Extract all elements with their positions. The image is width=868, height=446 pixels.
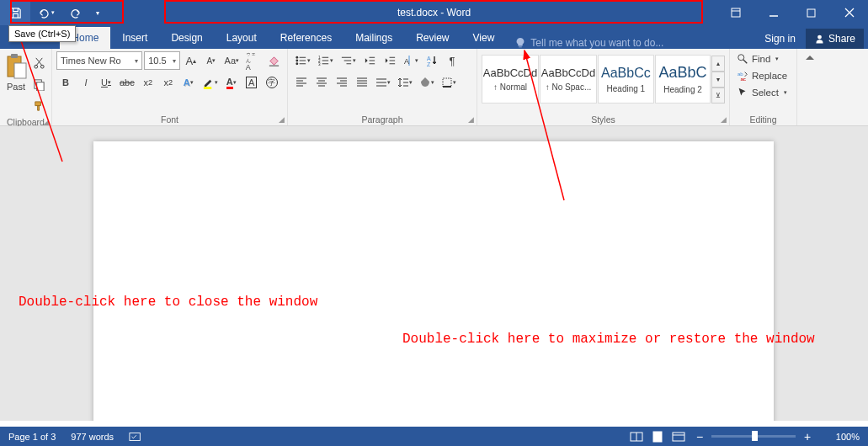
justify-icon[interactable]: [353, 73, 371, 92]
italic-icon[interactable]: I: [77, 73, 95, 92]
change-case-icon[interactable]: Aa▾: [222, 51, 242, 70]
ribbon-tabs: File Home Insert Design Layout Reference…: [0, 25, 868, 49]
share-button[interactable]: Share: [806, 29, 864, 49]
distributed-icon[interactable]: ▾: [373, 73, 393, 92]
annotation-box-qat: [10, 0, 124, 24]
svg-text:A: A: [427, 56, 431, 61]
cut-icon[interactable]: [29, 53, 48, 72]
underline-icon[interactable]: U▾: [97, 73, 115, 92]
replace-button[interactable]: abacReplace: [734, 68, 792, 83]
tab-mailings[interactable]: Mailings: [343, 27, 404, 49]
tab-insert[interactable]: Insert: [110, 27, 159, 49]
maximize-icon[interactable]: [792, 0, 830, 25]
collapse-ribbon-icon[interactable]: [797, 49, 823, 125]
shading-icon[interactable]: ▾: [417, 73, 437, 92]
multilevel-list-icon[interactable]: ▾: [338, 51, 359, 70]
line-spacing-icon[interactable]: ▾: [395, 73, 415, 92]
numbering-icon[interactable]: 123▾: [315, 51, 336, 70]
clear-formatting-icon[interactable]: [264, 51, 283, 70]
font-size-combo[interactable]: 10.5▾: [144, 51, 180, 70]
shrink-font-icon[interactable]: A▾: [202, 51, 221, 70]
spellcheck-icon[interactable]: [129, 431, 142, 443]
svg-rect-62: [443, 78, 451, 87]
align-right-icon[interactable]: [333, 73, 351, 92]
font-dialog-launcher[interactable]: ◢: [279, 115, 285, 124]
copy-icon[interactable]: [29, 75, 48, 93]
tab-review[interactable]: Review: [404, 27, 461, 49]
borders-icon[interactable]: ▾: [439, 73, 459, 92]
share-icon: [814, 34, 825, 45]
title-bar[interactable]: ▾ ▾ test.docx - Word: [0, 0, 868, 25]
increase-indent-icon[interactable]: [381, 51, 399, 70]
paste-button[interactable]: Past: [4, 53, 28, 92]
styles-down-icon[interactable]: ▾: [711, 72, 725, 88]
ribbon: Past Clipboard◢ Times New Ro▾ 10.5▾ A▴ A…: [0, 49, 868, 126]
svg-point-19: [296, 62, 298, 65]
print-layout-icon[interactable]: [648, 427, 667, 446]
font-family-combo[interactable]: Times New Ro▾: [56, 51, 142, 70]
tab-references[interactable]: References: [269, 27, 343, 49]
align-left-icon[interactable]: [292, 73, 311, 92]
lightbulb-icon: [514, 37, 526, 49]
window-title: test.docx - Word: [397, 7, 471, 19]
minimize-icon[interactable]: [754, 0, 792, 25]
tab-layout[interactable]: Layout: [215, 27, 269, 49]
bullets-icon[interactable]: ▾: [292, 51, 313, 70]
superscript-icon[interactable]: x2: [159, 73, 178, 92]
bold-icon[interactable]: B: [56, 73, 75, 92]
read-mode-icon[interactable]: [627, 427, 646, 446]
char-border-icon[interactable]: A: [242, 73, 261, 92]
page-indicator[interactable]: Page 1 of 3: [8, 432, 56, 442]
enclose-char-icon[interactable]: 字: [263, 73, 281, 92]
decrease-indent-icon[interactable]: [360, 51, 379, 70]
zoom-out-icon[interactable]: −: [690, 427, 709, 446]
svg-text:A: A: [404, 57, 409, 66]
sign-in-link[interactable]: Sign in: [754, 33, 806, 45]
svg-rect-8: [11, 54, 18, 58]
subscript-icon[interactable]: x2: [139, 73, 157, 92]
style-heading-1[interactable]: AaBbCcHeading 1: [598, 55, 654, 104]
clipboard-dialog-launcher[interactable]: ◢: [43, 118, 49, 126]
find-icon: [737, 53, 748, 65]
phonetic-guide-icon[interactable]: ゥェんA: [243, 51, 263, 70]
styles-more-icon[interactable]: ⊻: [711, 88, 725, 104]
group-paragraph: ▾ 123▾ ▾ A▾ AZ ¶ ▾ ▾ ▾ ▾ Paragraph◢: [288, 49, 477, 125]
asian-layout-icon[interactable]: A▾: [401, 51, 421, 70]
zoom-level[interactable]: 100%: [826, 432, 860, 442]
text-effects-icon[interactable]: A▾: [179, 73, 198, 92]
svg-point-6: [817, 35, 822, 39]
grow-font-icon[interactable]: A▴: [182, 51, 200, 70]
page[interactable]: [93, 141, 774, 421]
web-layout-icon[interactable]: [669, 427, 688, 446]
ribbon-display-icon[interactable]: [716, 0, 754, 25]
word-count[interactable]: 977 words: [71, 432, 114, 442]
status-bar: Page 1 of 3 977 words − + 100%: [0, 427, 868, 446]
align-center-icon[interactable]: [312, 73, 331, 92]
sort-icon[interactable]: AZ: [423, 51, 441, 70]
document-area[interactable]: Double-click here to close the window Do…: [0, 126, 868, 421]
paragraph-dialog-launcher[interactable]: ◢: [468, 115, 474, 124]
strikethrough-icon[interactable]: abc: [117, 73, 137, 92]
replace-icon: abac: [737, 70, 748, 82]
show-marks-icon[interactable]: ¶: [443, 51, 461, 70]
font-color-icon[interactable]: A▾: [222, 73, 241, 92]
style-heading-2[interactable]: AaBbCHeading 2: [655, 55, 711, 104]
svg-point-64: [738, 55, 744, 61]
svg-rect-73: [653, 432, 662, 442]
style-no-spacing[interactable]: AaBbCcDd↑ No Spac...: [540, 55, 597, 104]
tab-view[interactable]: View: [461, 27, 507, 49]
tell-me-search[interactable]: Tell me what you want to do...: [514, 37, 663, 49]
highlight-icon[interactable]: ▾: [200, 73, 221, 92]
tab-design[interactable]: Design: [159, 27, 214, 49]
styles-up-icon[interactable]: ▴: [711, 56, 725, 72]
zoom-in-icon[interactable]: +: [798, 427, 817, 446]
close-icon[interactable]: [830, 0, 868, 25]
find-button[interactable]: Find▾: [734, 51, 792, 66]
styles-dialog-launcher[interactable]: ◢: [721, 115, 727, 124]
zoom-slider[interactable]: [711, 435, 796, 438]
select-button[interactable]: Select▾: [734, 85, 792, 100]
paste-icon: [4, 53, 28, 80]
format-painter-icon[interactable]: [29, 97, 48, 115]
style-normal[interactable]: AaBbCcDd↑ Normal: [482, 55, 539, 104]
tell-me-placeholder: Tell me what you want to do...: [530, 37, 663, 49]
